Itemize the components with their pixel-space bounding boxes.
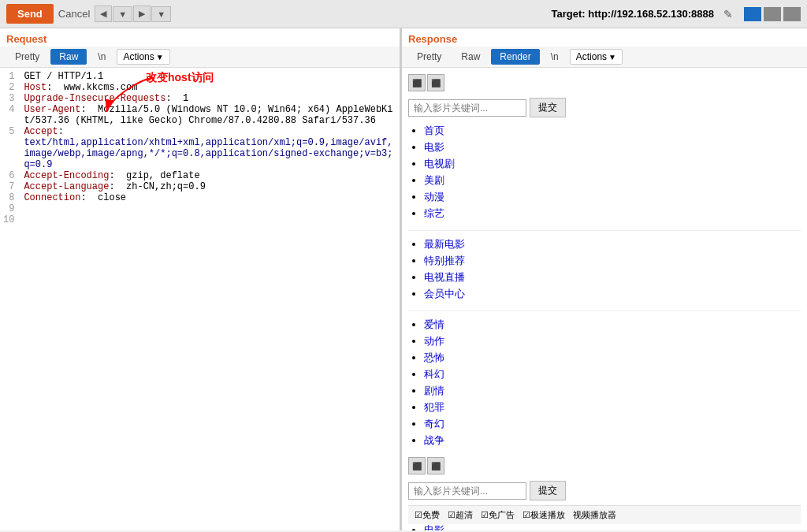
nav-link-tv[interactable]: 电视剧 xyxy=(424,158,455,169)
line-content: GET / HTTP/1.1 xyxy=(20,71,400,82)
list-item: 美剧 xyxy=(424,173,801,188)
response-tab-n[interactable]: \n xyxy=(542,49,567,65)
divider-2 xyxy=(408,311,801,311)
list-item: 首页 xyxy=(424,124,801,138)
request-tab-raw[interactable]: Raw xyxy=(50,49,87,65)
table-row: 9 xyxy=(0,203,400,214)
list-item: 电影 xyxy=(424,523,801,530)
nav-link-fantasy[interactable]: 奇幻 xyxy=(424,418,444,430)
table-row: 10 xyxy=(0,214,400,225)
line-content: Accept-Encoding: gzip, deflate xyxy=(20,170,400,181)
line-number xyxy=(0,137,20,170)
view-full-button[interactable] xyxy=(764,7,781,21)
request-actions-dropdown[interactable]: Actions ▼ xyxy=(117,49,169,65)
edit-target-icon[interactable]: ✎ xyxy=(723,8,733,20)
line-content: text/html,application/xhtml+xml,applicat… xyxy=(20,137,400,170)
nav-link-vip[interactable]: 会员中心 xyxy=(424,288,465,299)
response-tab-raw[interactable]: Raw xyxy=(452,49,489,65)
status-hd: ☑超清 xyxy=(448,509,473,521)
nav-link-new-movie[interactable]: 最新电影 xyxy=(424,238,465,250)
list-item: 会员中心 xyxy=(424,287,801,301)
search-icons-2: ⬛ ⬛ xyxy=(408,457,444,474)
main-layout: Request Pretty Raw \n Actions ▼ 改变host访问 xyxy=(0,28,807,530)
search-submit-button-2[interactable]: 提交 xyxy=(530,481,566,500)
request-tab-bar: Pretty Raw \n Actions ▼ xyxy=(0,47,400,68)
search-row-1: ⬛ ⬛ xyxy=(408,74,801,91)
table-row: 4 User-Agent: Mozilla/5.0 (Windows NT 10… xyxy=(0,104,400,126)
request-actions-arrow-icon: ▼ xyxy=(156,53,164,61)
nav-next-dropdown-button[interactable]: ▼ xyxy=(151,6,171,22)
nav-link-action[interactable]: 动作 xyxy=(424,335,444,347)
response-tab-render[interactable]: Render xyxy=(491,49,539,65)
nav-link-bottom-movie[interactable]: 电影 xyxy=(424,524,444,530)
request-tab-pretty[interactable]: Pretty xyxy=(6,49,48,65)
list-item: 犯罪 xyxy=(424,400,801,415)
image-placeholder-3: ⬛ xyxy=(408,457,426,474)
nav-link-romance[interactable]: 爱情 xyxy=(424,318,444,330)
nav-link-live[interactable]: 电视直播 xyxy=(424,271,465,283)
nav-link-home[interactable]: 首页 xyxy=(424,125,444,136)
response-actions-label: Actions xyxy=(576,51,607,62)
nav-list-genres: 爱情 动作 恐怖 科幻 剧情 犯罪 奇幻 战争 xyxy=(408,318,801,448)
nav-link-movie[interactable]: 电影 xyxy=(424,141,444,153)
nav-link-horror[interactable]: 恐怖 xyxy=(424,352,444,363)
line-content: Host: www.kkcms.com xyxy=(20,82,400,93)
nav-prev-button[interactable]: ◀ xyxy=(95,6,112,22)
image-placeholder-4: ⬛ xyxy=(427,457,444,474)
cancel-button[interactable]: Cancel xyxy=(58,8,90,20)
table-row: 2 Host: www.kkcms.com xyxy=(0,82,400,93)
bottom-status-bar: ☑免费 ☑超清 ☑免广告 ☑极速播放 视频播放器 xyxy=(408,505,801,524)
response-actions-dropdown[interactable]: Actions ▼ xyxy=(570,49,623,65)
list-item: 电影 xyxy=(424,140,801,154)
line-content: Accept: xyxy=(20,126,400,137)
nav-prev-dropdown-button[interactable]: ▼ xyxy=(113,6,132,22)
response-title: Response xyxy=(402,28,807,47)
nav-link-recommend[interactable]: 特别推荐 xyxy=(424,255,465,266)
nav-list-2: 最新电影 特别推荐 电视直播 会员中心 xyxy=(408,237,801,301)
nav-link-scifi[interactable]: 科幻 xyxy=(424,368,444,380)
list-item: 剧情 xyxy=(424,384,801,398)
search-input-2[interactable] xyxy=(408,482,526,500)
request-actions-label: Actions xyxy=(123,51,154,62)
request-body[interactable]: 1 GET / HTTP/1.1 2 Host: www.kkcms.com 3… xyxy=(0,68,400,530)
line-content: Upgrade-Insecure-Requests: 1 xyxy=(20,93,400,104)
view-split-button[interactable] xyxy=(744,7,761,21)
line-content xyxy=(20,214,400,225)
line-number: 8 xyxy=(0,192,20,203)
nav-link-crime[interactable]: 犯罪 xyxy=(424,401,444,413)
request-panel: Request Pretty Raw \n Actions ▼ 改变host访问 xyxy=(0,28,402,530)
nav-link-foreign[interactable]: 美剧 xyxy=(424,174,444,186)
response-content[interactable]: ⬛ ⬛ 提交 首页 电影 电视剧 美剧 动漫 综艺 最新电影 特别推 xyxy=(402,68,807,530)
search-input-1[interactable] xyxy=(408,99,526,117)
search-input-row-1: 提交 xyxy=(408,98,801,117)
table-row: 1 GET / HTTP/1.1 xyxy=(0,71,400,82)
table-row: 8 Connection: close xyxy=(0,192,400,203)
send-button[interactable]: Send xyxy=(6,4,54,24)
list-item: 动作 xyxy=(424,334,801,348)
search-icons-row-2: ⬛ ⬛ xyxy=(408,457,801,474)
request-tab-n[interactable]: \n xyxy=(89,49,114,65)
view-compact-button[interactable] xyxy=(783,7,801,21)
nav-link-anime[interactable]: 动漫 xyxy=(424,191,444,203)
request-title: Request xyxy=(0,28,400,47)
status-player: 视频播放器 xyxy=(573,509,616,521)
list-item: 战争 xyxy=(424,433,801,448)
nav-link-drama[interactable]: 剧情 xyxy=(424,385,444,396)
search-submit-button-1[interactable]: 提交 xyxy=(530,98,566,117)
response-tab-pretty[interactable]: Pretty xyxy=(408,49,450,65)
line-content: Accept-Language: zh-CN,zh;q=0.9 xyxy=(20,181,400,192)
list-item: 电视剧 xyxy=(424,157,801,171)
view-icon-group xyxy=(744,7,801,21)
line-content: User-Agent: Mozilla/5.0 (Windows NT 10.0… xyxy=(20,104,400,126)
nav-link-war[interactable]: 战争 xyxy=(424,434,444,446)
status-fast: ☑极速播放 xyxy=(523,509,565,521)
nav-link-variety[interactable]: 综艺 xyxy=(424,207,444,219)
line-content xyxy=(20,203,400,214)
navigation-buttons: ◀ ▼ ▶ ▼ xyxy=(95,6,171,22)
nav-next-button[interactable]: ▶ xyxy=(133,6,151,22)
line-number: 9 xyxy=(0,203,20,214)
table-row: 7 Accept-Language: zh-CN,zh;q=0.9 xyxy=(0,181,400,192)
search-input-row-2: 提交 xyxy=(408,481,801,500)
line-number: 10 xyxy=(0,214,20,225)
nav-list-1: 首页 电影 电视剧 美剧 动漫 综艺 xyxy=(408,124,801,221)
